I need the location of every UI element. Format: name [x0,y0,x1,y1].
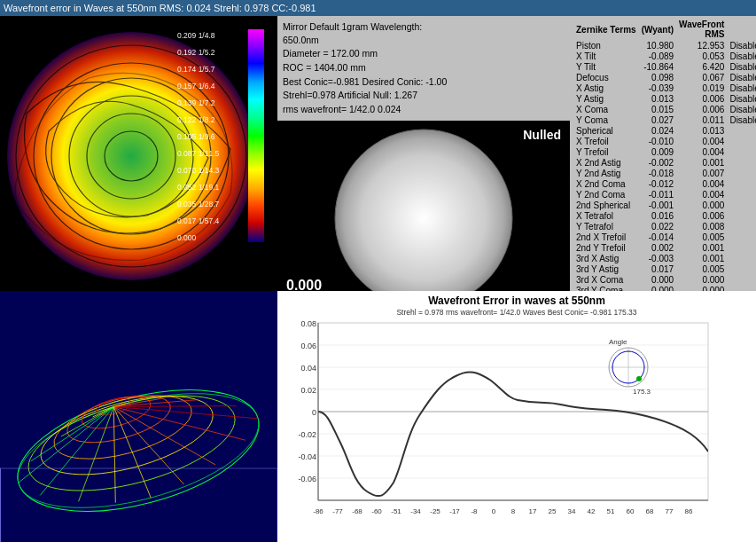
zernike-wyant: 0.015 [639,104,676,114]
col-header-wavefront: WaveFrontRMS [676,19,727,40]
svg-text:0.052 1/19.1: 0.052 1/19.1 [177,183,220,192]
zernike-wavefront: 0.004 [676,189,727,200]
zernike-table: Zernike Terms (Wyant) WaveFrontRMS Pisto… [573,19,756,291]
zernike-wyant: -0.003 [639,253,676,263]
zernike-term: Y Tilt [573,61,639,72]
interferogram-panel: 0.209 1/4.8 0.192 1/5.2 0.174 1/5.7 0.15… [0,16,277,291]
main-content: 0.209 1/4.8 0.192 1/5.2 0.174 1/5.7 0.15… [0,16,756,542]
svg-point-23 [335,130,512,291]
zernike-disabled: Disabled [727,114,756,125]
zernike-wyant: 0.027 [639,114,676,125]
svg-text:0.209 1/4.8: 0.209 1/4.8 [177,31,215,40]
zernike-row: Y Trefoil0.0090.004 [573,146,756,157]
zernike-wavefront: 0.067 [676,72,727,82]
svg-text:0.017 1/57.4: 0.017 1/57.4 [177,216,220,225]
zernike-wavefront: 0.000 [676,274,727,285]
zernike-wavefront: 0.006 [676,93,727,104]
svg-text:60: 60 [627,507,635,515]
mirror-info-panel: Mirror Default 1gram Wavelength: 650.0nm… [277,16,455,121]
zernike-term: Defocus [573,72,639,82]
zernike-row: X Tilt-0.0890.053Disabled [573,51,756,61]
svg-text:-0.06: -0.06 [298,475,316,483]
svg-text:0.139 1/7.2: 0.139 1/7.2 [177,98,215,107]
window-title: Wavefront error in Waves at 550nm RMS: 0… [4,3,316,13]
mirror-info-line4: Best Conic=-0.981 Desired Conic: -1.00 [283,75,449,89]
zernike-wyant: -0.001 [639,200,676,210]
svg-text:0.174 1/5.7: 0.174 1/5.7 [177,65,215,74]
nulled-circle-svg [326,121,521,291]
zernike-row: 2nd Spherical-0.0010.000 [573,200,756,210]
svg-text:175.3: 175.3 [633,388,651,396]
zernike-disabled: Disabled [727,40,756,51]
zernike-row: Y 2nd Astig-0.0180.007 [573,168,756,178]
zernike-wyant: -0.002 [639,157,676,168]
zernike-row: 2nd Y Trefoil0.0020.001 [573,242,756,253]
zernike-wyant: 10.980 [639,40,676,51]
zernike-term: Y 2nd Coma [573,189,639,200]
zernike-row: Y Tetrafol0.0220.008 [573,221,756,232]
zernike-wavefront: 0.001 [676,157,727,168]
zernike-wyant: 0.098 [639,72,676,82]
zernike-wyant: -0.018 [639,168,676,178]
svg-text:-0.02: -0.02 [298,430,316,439]
zernike-wavefront: 0.019 [676,82,727,93]
svg-text:0.06: 0.06 [300,342,316,350]
svg-text:0.122 1/8.2: 0.122 1/8.2 [177,115,215,124]
zernike-wavefront: 0.011 [676,114,727,125]
zernike-row: Defocus0.0980.067Disabled [573,72,756,82]
zernike-wyant: 0.013 [639,93,676,104]
zernike-wavefront: 0.005 [676,232,727,242]
zernike-wyant: 0.009 [639,146,676,157]
zernike-wyant: -0.039 [639,82,676,93]
zernike-term: 3rd Y Astig [573,263,639,274]
zernike-wyant: -0.011 [639,189,676,200]
interferogram-svg: 0.209 1/4.8 0.192 1/5.2 0.174 1/5.7 0.15… [0,16,277,291]
zernike-row: Spherical0.0240.013 [573,125,756,136]
zernike-wyant: -0.000 [639,285,676,291]
zernike-wavefront: 0.006 [676,210,727,221]
wireframe-panel [0,291,277,542]
zernike-term: 3rd Y Coma [573,285,639,291]
zernike-wyant: -0.014 [639,232,676,242]
svg-text:51: 51 [607,507,615,515]
top-right-panel: Mirror Default 1gram Wavelength: 650.0nm… [277,16,756,291]
zernike-wavefront: 0.005 [676,263,727,274]
zernike-term: X Tetrafol [573,210,639,221]
zernike-row: 3rd X Astig-0.0030.001 [573,253,756,263]
zernike-term: 3rd X Coma [573,274,639,285]
svg-text:-51: -51 [391,507,401,515]
zernike-row: 3rd Y Coma-0.0000.000 [573,285,756,291]
zernike-row: X Tetrafol0.0160.006 [573,210,756,221]
zernike-term: Y 2nd Astig [573,168,639,178]
zernike-term: X 2nd Coma [573,178,639,189]
zernike-term: 2nd X Trefoil [573,232,639,242]
zernike-wyant: 0.002 [639,242,676,253]
zernike-wavefront: 0.004 [676,178,727,189]
zernike-wavefront: 0.004 [676,146,727,157]
zernike-row: X Astig-0.0390.019Disabled [573,82,756,93]
zernike-row: 2nd X Trefoil-0.0140.005 [573,232,756,242]
svg-text:86: 86 [685,507,693,515]
zernike-wavefront: 0.008 [676,221,727,232]
zernike-wavefront: 0.000 [676,285,727,291]
zernike-wyant: -10.864 [639,61,676,72]
zernike-wavefront: 0.001 [676,242,727,253]
svg-text:-34: -34 [410,507,421,515]
mirror-info-line6: rms wavefront= 1/42.0 0.024 [283,103,449,116]
svg-text:-60: -60 [371,507,382,515]
svg-text:0.08: 0.08 [300,319,316,328]
col-header-wyant: (Wyant) [639,19,676,40]
zernike-wavefront: 0.006 [676,104,727,114]
zernike-term: Y Trefoil [573,146,639,157]
svg-text:0.157 1/6.4: 0.157 1/6.4 [177,82,215,90]
svg-text:-0.04: -0.04 [298,452,316,461]
svg-text:0.035 1/28.7: 0.035 1/28.7 [177,200,220,208]
title-bar: Wavefront error in Waves at 550nm RMS: 0… [0,0,756,16]
svg-text:0.087 1/11.5: 0.087 1/11.5 [177,149,220,158]
nulled-interferogram: 0.000 Nulled [277,121,570,291]
svg-text:25: 25 [549,507,557,515]
svg-text:Angle: Angle [609,338,627,346]
svg-text:0.192 1/5.2: 0.192 1/5.2 [177,48,215,57]
zernike-wavefront: 0.000 [676,200,727,210]
zernike-term: Piston [573,40,639,51]
